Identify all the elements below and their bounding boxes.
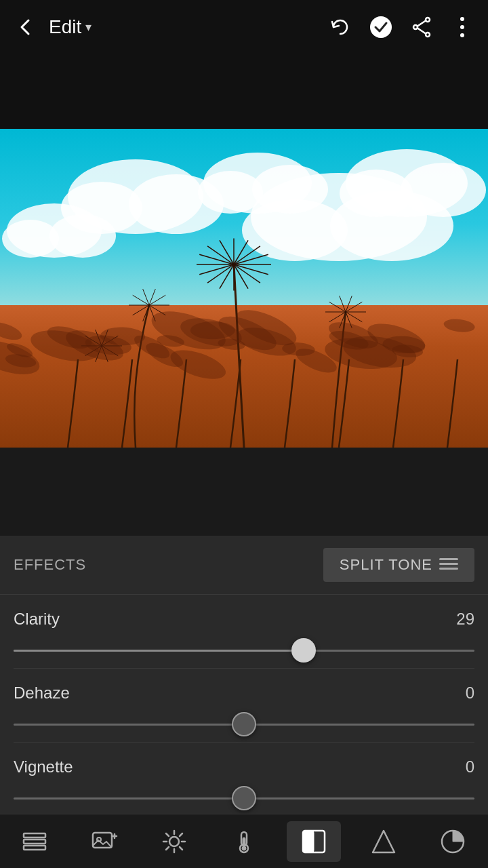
header-title: Edit ▾ <box>49 16 92 38</box>
toolbar-layers[interactable] <box>7 821 62 862</box>
vignette-label: Vignette <box>14 757 73 776</box>
undo-button[interactable] <box>328 15 352 39</box>
vignette-slider[interactable] <box>14 786 474 810</box>
controls-panel: EFFECTS SPLIT TONE Clarity 29 <box>0 536 488 856</box>
svg-line-22 <box>180 847 182 850</box>
toolbar-light[interactable] <box>147 821 201 862</box>
top-spacer <box>0 54 488 129</box>
split-tone-label: SPLIT TONE <box>340 556 432 574</box>
svg-rect-30 <box>303 831 314 852</box>
dehaze-thumb[interactable] <box>232 712 256 736</box>
clarity-label: Clarity <box>14 610 60 629</box>
svg-line-4 <box>418 21 426 26</box>
photo-image <box>0 129 488 448</box>
more-button[interactable] <box>450 15 474 39</box>
effects-label: EFFECTS <box>14 556 86 574</box>
svg-point-8 <box>460 33 464 37</box>
dehaze-slider[interactable] <box>14 712 474 736</box>
svg-line-21 <box>166 833 169 836</box>
toolbar-photo-add[interactable] <box>77 821 131 862</box>
dehaze-header: Dehaze 0 <box>14 684 474 703</box>
bottom-spacer <box>0 448 488 536</box>
edit-label: Edit <box>49 16 81 38</box>
svg-marker-31 <box>373 831 394 852</box>
svg-rect-27 <box>243 837 245 847</box>
confirm-button[interactable] <box>369 15 393 39</box>
svg-line-23 <box>180 833 182 836</box>
svg-rect-10 <box>24 840 45 844</box>
svg-point-28 <box>242 846 246 850</box>
vignette-header: Vignette 0 <box>14 757 474 776</box>
svg-point-16 <box>169 837 179 846</box>
bottom-toolbar <box>0 814 488 868</box>
clarity-thumb[interactable] <box>291 638 316 663</box>
svg-point-0 <box>370 16 392 38</box>
clarity-slider[interactable] <box>14 638 474 663</box>
dehaze-row: Dehaze 0 <box>14 669 474 743</box>
vignette-value: 0 <box>466 757 474 776</box>
clarity-header: Clarity 29 <box>14 610 474 629</box>
dehaze-label: Dehaze <box>14 684 70 703</box>
svg-line-24 <box>166 847 169 850</box>
svg-point-6 <box>460 17 464 21</box>
dropdown-arrow-icon[interactable]: ▾ <box>85 20 92 35</box>
svg-point-7 <box>460 25 464 29</box>
vignette-thumb[interactable] <box>232 786 256 810</box>
header-left: Edit ▾ <box>14 15 92 39</box>
clarity-fill <box>14 650 304 652</box>
header: Edit ▾ <box>0 0 488 54</box>
toolbar-effects[interactable] <box>287 821 341 862</box>
split-tone-button[interactable]: SPLIT TONE <box>323 548 474 582</box>
photo-canvas <box>0 129 488 448</box>
toolbar-curves[interactable] <box>357 821 411 862</box>
svg-rect-9 <box>24 833 45 837</box>
effects-header: EFFECTS SPLIT TONE <box>0 536 488 595</box>
toolbar-temperature[interactable] <box>217 821 271 862</box>
clarity-row: Clarity 29 <box>14 595 474 669</box>
header-right <box>328 15 474 39</box>
split-tone-icon <box>439 558 458 572</box>
clarity-value: 29 <box>456 610 474 629</box>
vignette-row: Vignette 0 <box>14 743 474 816</box>
svg-line-5 <box>418 28 426 34</box>
toolbar-hsl[interactable] <box>426 821 480 862</box>
back-button[interactable] <box>14 15 38 39</box>
share-button[interactable] <box>409 15 434 39</box>
svg-rect-11 <box>24 846 45 850</box>
dehaze-value: 0 <box>466 684 474 703</box>
